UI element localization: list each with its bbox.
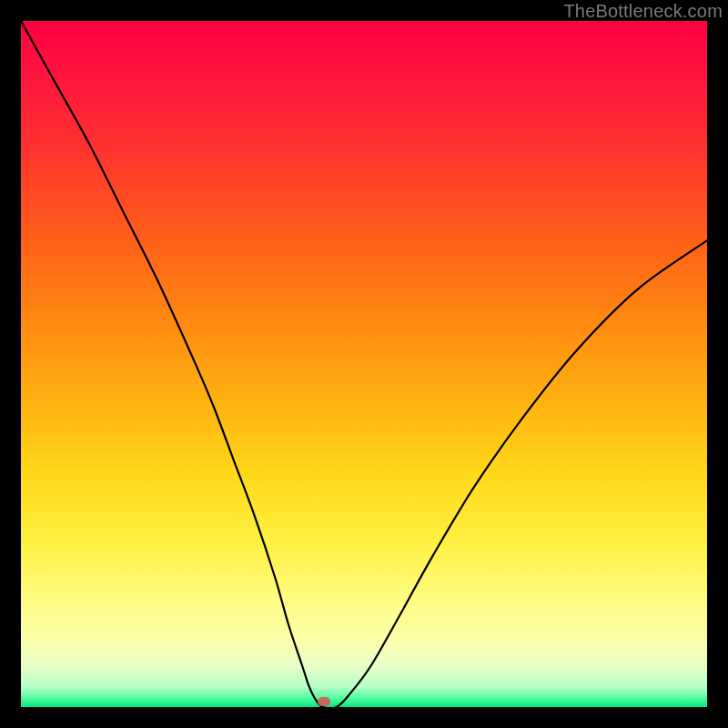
optimum-marker <box>318 697 330 706</box>
curve-path <box>21 21 707 707</box>
watermark-text: TheBottleneck.com <box>563 1 723 22</box>
bottleneck-curve <box>21 21 707 707</box>
plot-area <box>21 21 707 707</box>
chart-frame: TheBottleneck.com <box>0 0 728 728</box>
